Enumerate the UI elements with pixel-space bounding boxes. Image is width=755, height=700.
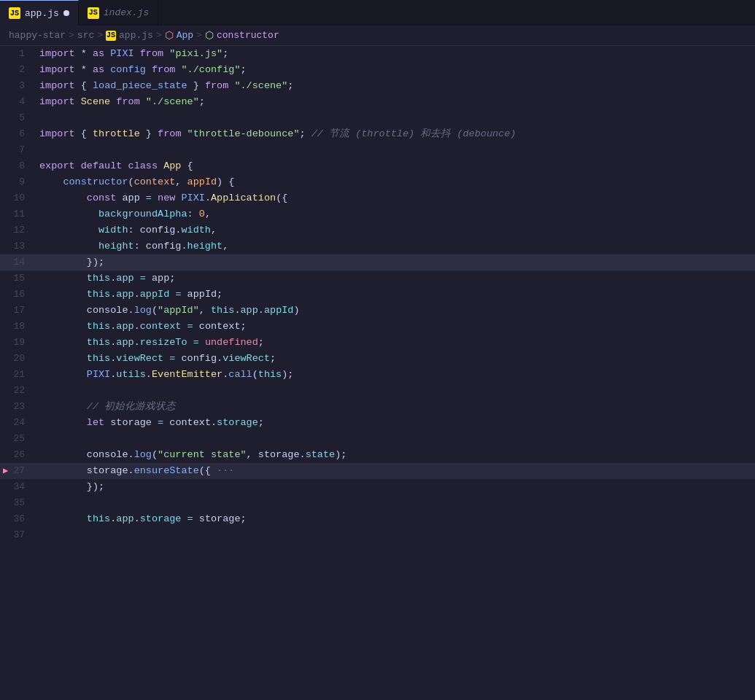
code-area[interactable]: 1 import * as PIXI from "pixi.js"; 2 imp… [0, 46, 755, 700]
line-20: 20 this.viewRect = config.viewRect; [0, 351, 755, 367]
line-15: 15 this.app = app; [0, 271, 755, 287]
breadcrumb: happy-star > src > JS app.js > ⬡ App > ⬡… [0, 26, 755, 46]
line-27: ▶27 storage.ensureState({ ··· [0, 463, 755, 479]
line-3: 3 import { load_piece_state } from "./sc… [0, 78, 755, 94]
line-34: 34 }); [0, 479, 755, 495]
line-9: 9 constructor(context, appId) { [0, 174, 755, 190]
line-2: 2 import * as config from "./config"; [0, 62, 755, 78]
line-10: 10 const app = new PIXI.Application({ [0, 190, 755, 206]
bc-app-class: App [177, 30, 193, 41]
bc-constructor: constructor [217, 30, 279, 41]
line-6: 6 import { throttle } from "throttle-deb… [0, 126, 755, 142]
bc-js-icon: JS [106, 31, 116, 41]
line-23: 23 // 初始化游戏状态 [0, 399, 755, 415]
line-36: 36 this.app.storage = storage; [0, 511, 755, 527]
line-8: 8 export default class App { [0, 158, 755, 174]
line-17: 17 console.log("appId", this.app.appId) [0, 303, 755, 319]
modified-dot-app [63, 10, 69, 16]
line-21: 21 PIXI.utils.EventEmitter.call(this); [0, 367, 755, 383]
line-16: 16 this.app.appId = appId; [0, 287, 755, 303]
line-35: 35 [0, 495, 755, 511]
line-5: 5 [0, 110, 755, 126]
bc-app-icon: ⬡ [165, 29, 174, 42]
line-24: 24 let storage = context.storage; [0, 415, 755, 431]
line-14: 14 }); [0, 254, 755, 271]
line-26: 26 console.log("current state", storage.… [0, 447, 755, 463]
line-12: 12 width: config.width, [0, 222, 755, 238]
tab-index-js-label: index.js [104, 7, 149, 18]
line-11: 11 backgroundAlpha: 0, [0, 206, 755, 222]
js-icon-app: JS [9, 7, 20, 19]
line-25: 25 [0, 431, 755, 447]
line-4: 4 import Scene from "./scene"; [0, 94, 755, 110]
line-37: 37 [0, 527, 755, 543]
bc-happy-star: happy-star [9, 30, 66, 41]
line-22: 22 [0, 383, 755, 399]
editor: 1 import * as PIXI from "pixi.js"; 2 imp… [0, 46, 755, 700]
tab-index-js[interactable]: JS index.js [79, 0, 158, 26]
tab-app-js-label: app.js [25, 8, 59, 19]
line-19: 19 this.app.resizeTo = undefined; [0, 335, 755, 351]
bc-appjs: app.js [119, 30, 153, 41]
line-18: 18 this.app.context = context; [0, 319, 755, 335]
bc-ctor-icon: ⬡ [205, 29, 214, 42]
line-13: 13 height: config.height, [0, 238, 755, 254]
js-icon-index: JS [88, 7, 99, 19]
tab-app-js[interactable]: JS app.js [0, 0, 79, 26]
line-7: 7 [0, 142, 755, 158]
line-1: 1 import * as PIXI from "pixi.js"; [0, 46, 755, 62]
bc-src: src [77, 30, 94, 41]
tab-bar: JS app.js JS index.js [0, 0, 755, 26]
